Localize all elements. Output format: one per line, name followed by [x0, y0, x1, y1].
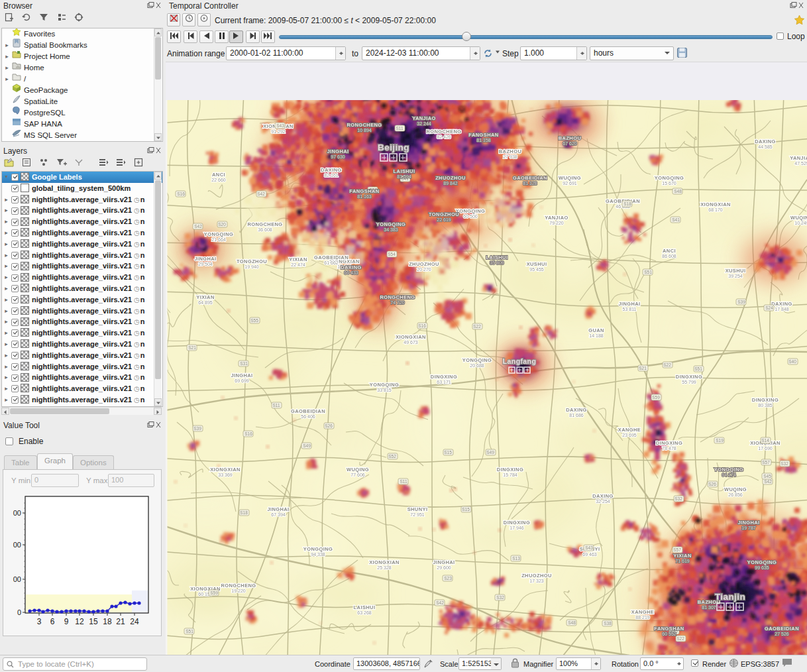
svg-text:27 526: 27 526	[775, 632, 789, 636]
svg-text:FANGSHAN: FANGSHAN	[349, 188, 379, 194]
svg-text:12: 12	[75, 617, 84, 626]
svg-text:3: 3	[37, 617, 42, 626]
svg-text:XANGHE: XANGHE	[618, 427, 641, 433]
svg-text:60 552: 60 552	[662, 632, 676, 636]
svg-text:17 690: 17 690	[758, 446, 773, 451]
svg-text:WUQING: WUQING	[347, 467, 369, 473]
svg-text:S13: S13	[512, 556, 520, 561]
svg-text:YONGQING: YONGQING	[376, 221, 405, 227]
svg-text:23 695: 23 695	[622, 433, 637, 437]
svg-text:53 811: 53 811	[623, 307, 637, 311]
svg-text:99 635: 99 635	[755, 565, 769, 570]
svg-text:94 338: 94 338	[311, 552, 325, 557]
svg-text:XIONGXIAN: XIONGXIAN	[210, 467, 241, 473]
svg-text:00: 00	[13, 509, 21, 517]
svg-text:DAXING: DAXING	[771, 301, 792, 307]
svg-text:XIONGXIAN: XIONGXIAN	[396, 334, 426, 340]
svg-text:JINGHAI: JINGHAI	[737, 520, 759, 526]
svg-text:91 292: 91 292	[271, 129, 286, 134]
svg-text:81 163: 81 163	[357, 194, 372, 199]
svg-text:JINGHAI: JINGHAI	[231, 372, 252, 378]
svg-text:49 673: 49 673	[404, 340, 418, 345]
svg-text:21 664: 21 664	[211, 237, 226, 242]
svg-text:22 660: 22 660	[211, 178, 226, 182]
svg-text:36 608: 36 608	[258, 227, 272, 232]
svg-text:S49: S49	[303, 443, 311, 448]
svg-text:S15: S15	[462, 507, 470, 512]
svg-text:YANJIAO: YANJIAO	[790, 155, 807, 161]
svg-text:33 815: 33 815	[377, 388, 392, 392]
svg-text:39 254: 39 254	[728, 274, 743, 278]
svg-text:S32: S32	[674, 496, 682, 501]
svg-text:S59: S59	[652, 395, 660, 400]
svg-text:14 188: 14 188	[589, 333, 604, 338]
svg-text:XIONGXIAN: XIONGXIAN	[369, 559, 400, 565]
svg-text:XANGHE: XANGHE	[631, 609, 655, 615]
svg-text:DINGXING: DINGXING	[497, 467, 523, 473]
svg-text:FANGSHAN: FANGSHAN	[654, 626, 684, 632]
svg-text:33 369: 33 369	[218, 473, 233, 477]
svg-text:XUSHUI: XUSHUI	[726, 268, 746, 274]
svg-text:81 158: 81 158	[476, 138, 491, 142]
svg-text:DAXING: DAXING	[566, 407, 587, 413]
svg-text:JINGHAI: JINGHAI	[327, 148, 349, 154]
svg-text:LAISHUI: LAISHUI	[486, 254, 508, 260]
svg-text:74 720: 74 720	[390, 300, 405, 305]
svg-text:YONGQING: YONGQING	[303, 546, 333, 552]
svg-text:24: 24	[130, 617, 139, 626]
svg-text:64 174: 64 174	[722, 473, 736, 477]
svg-text:15 670: 15 670	[662, 181, 676, 186]
svg-text:GAOBEIDIAN: GAOBEIDIAN	[765, 626, 799, 632]
svg-text:69 699: 69 699	[235, 378, 249, 383]
svg-text:S31: S31	[240, 361, 248, 366]
svg-text:S18: S18	[240, 510, 248, 515]
svg-text:S54: S54	[388, 252, 396, 256]
svg-text:Tianjin: Tianjin	[715, 592, 745, 602]
svg-text:JINGHAI: JINGHAI	[618, 301, 640, 307]
svg-text:S32: S32	[780, 461, 788, 466]
svg-text:S11: S11	[272, 403, 280, 408]
svg-text:YONGQING: YONGQING	[714, 467, 743, 473]
svg-text:RONGCHENG: RONGCHENG	[380, 294, 415, 300]
svg-text:20 270: 20 270	[417, 267, 431, 272]
svg-text:35 809: 35 809	[490, 260, 504, 265]
svg-text:DINGXING: DINGXING	[431, 374, 457, 380]
svg-text:GAOBEIDIAN: GAOBEIDIAN	[314, 254, 349, 260]
svg-text:DAXING: DAXING	[592, 493, 614, 499]
svg-text:32 244: 32 244	[417, 121, 431, 126]
svg-text:S57: S57	[762, 460, 770, 465]
svg-text:YONGQING: YONGQING	[204, 231, 233, 237]
svg-text:89 842: 89 842	[443, 181, 458, 186]
svg-text:32 254: 32 254	[596, 499, 610, 504]
svg-text:GUAN: GUAN	[588, 327, 604, 333]
svg-text:S42: S42	[436, 600, 444, 605]
svg-text:S45: S45	[763, 474, 771, 478]
svg-text:80 385: 80 385	[758, 403, 773, 408]
svg-text:71 619: 71 619	[675, 559, 690, 563]
svg-text:S42: S42	[194, 224, 202, 229]
svg-text:22 619: 22 619	[437, 217, 451, 222]
svg-text:00: 00	[13, 575, 21, 583]
svg-text:67 394: 67 394	[271, 512, 286, 517]
svg-text:26 856: 26 856	[728, 492, 743, 497]
svg-text:S32: S32	[496, 595, 504, 600]
svg-text:63 171: 63 171	[437, 380, 451, 384]
svg-text:S15: S15	[444, 450, 452, 455]
svg-text:21: 21	[116, 617, 125, 626]
svg-text:61 662: 61 662	[324, 260, 339, 265]
svg-text:82 426: 82 426	[437, 135, 451, 139]
svg-text:DINGXING: DINGXING	[504, 520, 530, 526]
svg-text:YIXIAN: YIXIAN	[289, 256, 307, 262]
svg-text:19 940: 19 940	[244, 264, 259, 269]
svg-text:XIONGXIAN: XIONGXIAN	[700, 201, 731, 207]
svg-text:78 478: 78 478	[662, 446, 676, 451]
svg-text:25 328: 25 328	[377, 565, 392, 570]
svg-text:72 951: 72 951	[410, 512, 425, 517]
svg-text:95 455: 95 455	[529, 267, 544, 272]
svg-text:WUQING: WUQING	[559, 175, 581, 181]
svg-text:0: 0	[17, 608, 21, 616]
svg-text:YONGQING: YONGQING	[655, 175, 684, 181]
svg-text:55 799: 55 799	[682, 380, 696, 384]
svg-text:RONGCHENG: RONGCHENG	[247, 221, 282, 227]
svg-text:81 307: 81 307	[702, 605, 716, 610]
